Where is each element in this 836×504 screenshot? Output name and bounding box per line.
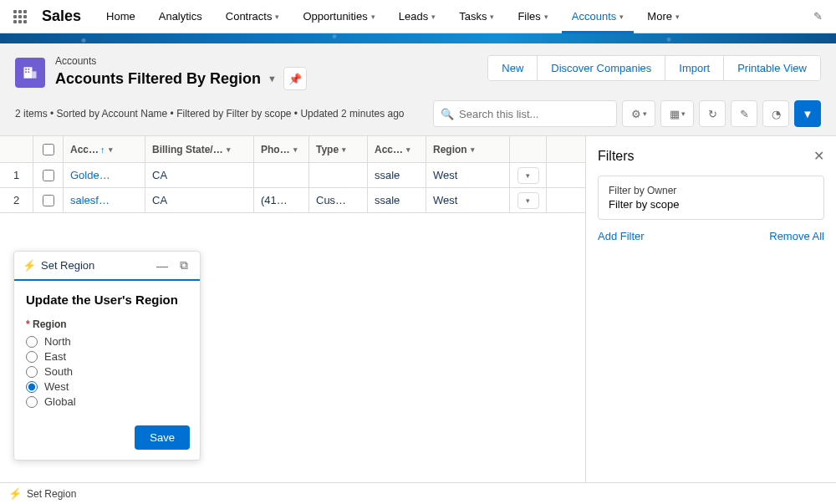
row-actions-button[interactable]: ▾	[517, 192, 539, 209]
table-row: 2 salesf… CA (41… Cus… ssale West ▾	[0, 188, 585, 213]
field-label: * Region	[26, 318, 188, 330]
import-button[interactable]: Import	[665, 56, 724, 80]
table-row: 1 Golde… CA ssale West ▾	[0, 163, 585, 188]
list-toolbar: 🔍 ⚙▾ ▦▾ ↻ ✎ ◔ ▼	[433, 100, 821, 127]
search-list-box[interactable]: 🔍	[433, 100, 617, 127]
close-filters-icon[interactable]: ✕	[813, 148, 824, 164]
col-phone[interactable]: Pho…▾	[254, 136, 309, 162]
col-select-all[interactable]	[33, 136, 64, 162]
pin-list-button[interactable]: 📌	[283, 67, 307, 90]
app-launcher-icon[interactable]	[10, 7, 30, 27]
nav-tasks[interactable]: Tasks▾	[449, 0, 504, 33]
account-name-link[interactable]: Golde…	[70, 169, 110, 181]
col-type[interactable]: Type▾	[309, 136, 368, 162]
sort-asc-icon: ↑	[100, 145, 105, 155]
cell-phone: (41…	[254, 188, 309, 212]
refresh-button[interactable]: ↻	[699, 100, 726, 127]
nav-leads[interactable]: Leads▾	[389, 0, 446, 33]
edit-nav-icon[interactable]: ✎	[810, 7, 826, 26]
nav-opportunities[interactable]: Opportunities▾	[293, 0, 385, 33]
nav-analytics[interactable]: Analytics	[149, 0, 212, 33]
printable-view-button[interactable]: Printable View	[724, 56, 820, 80]
cell-type	[309, 163, 368, 187]
discover-companies-button[interactable]: Discover Companies	[538, 56, 665, 80]
flow-icon: ⚡	[8, 487, 22, 500]
svg-rect-5	[28, 71, 30, 73]
row-number: 2	[0, 188, 33, 212]
region-radio-group: North East South West Global	[26, 335, 188, 408]
nav-contracts[interactable]: Contracts▾	[216, 0, 290, 33]
chevron-down-icon: ▾	[109, 145, 113, 154]
filter-card-label: Filter by Owner	[609, 185, 813, 196]
row-checkbox[interactable]	[43, 170, 54, 181]
chevron-down-icon: ▾	[342, 145, 346, 154]
filter-card-value: Filter by scope	[609, 198, 813, 211]
cell-phone	[254, 163, 309, 187]
pie-chart-icon: ◔	[772, 108, 781, 120]
svg-rect-4	[25, 71, 27, 73]
nav-home[interactable]: Home	[96, 0, 145, 33]
chevron-down-icon: ▾	[544, 13, 548, 21]
refresh-icon: ↻	[708, 108, 717, 120]
minimize-icon[interactable]: —	[153, 259, 171, 272]
modal-title: Set Region	[41, 259, 148, 272]
utility-item-set-region[interactable]: Set Region	[27, 488, 76, 500]
display-as-button[interactable]: ▦▾	[660, 100, 694, 127]
nav-accounts[interactable]: Accounts▾	[562, 0, 634, 33]
svg-rect-1	[33, 71, 37, 78]
list-controls-gear-button[interactable]: ⚙▾	[622, 100, 655, 127]
radio-east[interactable]: East	[26, 350, 188, 363]
chevron-down-icon: ▾	[490, 13, 494, 21]
chevron-down-icon: ▾	[675, 13, 680, 21]
chevron-down-icon: ▾	[431, 13, 436, 21]
app-name: Sales	[42, 8, 81, 25]
global-nav: Sales Home Analytics Contracts▾ Opportun…	[0, 0, 836, 33]
col-account-name[interactable]: Acc…↑▾	[64, 136, 145, 162]
select-all-checkbox[interactable]	[43, 144, 54, 155]
radio-west[interactable]: West	[26, 380, 188, 393]
new-button[interactable]: New	[488, 56, 538, 80]
chevron-down-icon: ▾	[227, 145, 231, 154]
modal-heading: Update the User's Region	[26, 293, 188, 307]
nav-more[interactable]: More▾	[637, 0, 690, 33]
radio-north[interactable]: North	[26, 335, 188, 348]
cell-owner: ssale	[368, 188, 426, 212]
row-actions-button[interactable]: ▾	[517, 167, 539, 184]
cell-state: CA	[145, 188, 254, 212]
page-header: Accounts Accounts Filtered By Region ▼ 📌…	[0, 43, 836, 136]
chart-button[interactable]: ◔	[762, 100, 789, 127]
search-list-input[interactable]	[459, 108, 609, 120]
inline-edit-button[interactable]: ✎	[731, 100, 757, 127]
cell-type: Cus…	[309, 188, 368, 212]
popout-icon[interactable]: ⧉	[176, 258, 191, 272]
filter-owner-card[interactable]: Filter by Owner Filter by scope	[598, 176, 824, 220]
chevron-down-icon: ▾	[275, 13, 279, 21]
cell-region: West	[426, 163, 510, 187]
chevron-down-icon: ▾	[371, 13, 375, 21]
account-entity-icon	[15, 58, 45, 88]
account-name-link[interactable]: salesf…	[70, 194, 110, 206]
table-icon: ▦	[670, 108, 680, 120]
object-label: Accounts	[55, 55, 307, 67]
radio-global[interactable]: Global	[26, 395, 188, 408]
save-button[interactable]: Save	[135, 425, 190, 450]
filters-panel: Filters ✕ Filter by Owner Filter by scop…	[585, 136, 836, 487]
utility-bar: ⚡ Set Region	[0, 482, 836, 504]
svg-rect-2	[25, 69, 27, 70]
add-filter-link[interactable]: Add Filter	[598, 230, 645, 242]
row-checkbox[interactable]	[43, 195, 54, 206]
remove-all-filters-link[interactable]: Remove All	[769, 230, 824, 242]
list-view-chevron-icon[interactable]: ▼	[268, 74, 277, 84]
svg-rect-3	[28, 69, 30, 70]
filter-icon: ▼	[803, 108, 813, 120]
radio-south[interactable]: South	[26, 365, 188, 378]
col-owner[interactable]: Acc…▾	[368, 136, 426, 162]
cell-state: CA	[145, 163, 254, 187]
row-number: 1	[0, 163, 33, 187]
list-meta: 2 items • Sorted by Account Name • Filte…	[15, 108, 405, 120]
filters-toggle-button[interactable]: ▼	[794, 100, 821, 127]
nav-files[interactable]: Files▾	[507, 0, 558, 33]
col-billing-state[interactable]: Billing State/…▾	[145, 136, 254, 162]
col-region[interactable]: Region▾	[426, 136, 510, 162]
list-view-name[interactable]: Accounts Filtered By Region	[55, 70, 261, 88]
